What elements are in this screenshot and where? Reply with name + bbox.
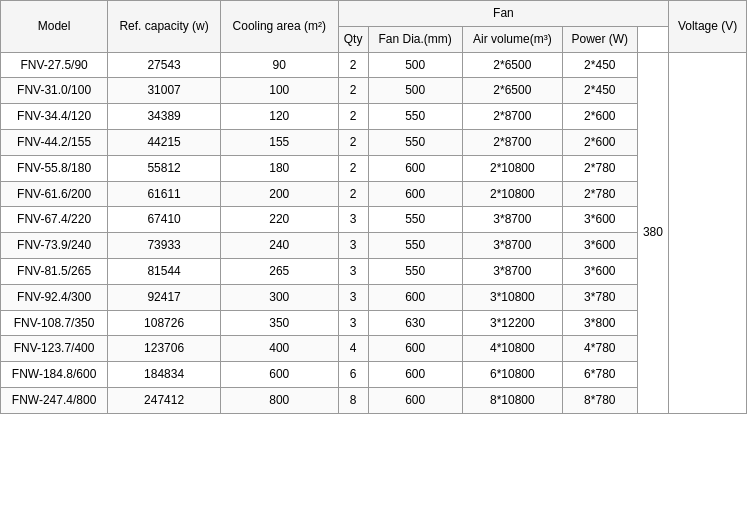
cell-model: FNV-61.6/200: [1, 181, 108, 207]
table-row: FNV-34.4/1203438912025502*87002*600: [1, 104, 747, 130]
cell-fan_dia: 600: [368, 181, 462, 207]
cell-ref_capacity: 27543: [108, 52, 221, 78]
cell-fan_dia: 600: [368, 155, 462, 181]
cell-qty: 2: [338, 104, 368, 130]
cell-model: FNV-31.0/100: [1, 78, 108, 104]
cell-fan_dia: 550: [368, 104, 462, 130]
cell-model: FNV-123.7/400: [1, 336, 108, 362]
table-row: FNV-55.8/1805581218026002*108002*780: [1, 155, 747, 181]
table-row: FNW-247.4/80024741280086008*108008*780: [1, 387, 747, 413]
cell-power: 3*600: [563, 258, 638, 284]
cell-qty: 2: [338, 155, 368, 181]
cell-qty: 3: [338, 310, 368, 336]
cell-cooling_area: 240: [221, 233, 339, 259]
cell-qty: 2: [338, 78, 368, 104]
cell-cooling_area: 100: [221, 78, 339, 104]
cell-fan_dia: 550: [368, 207, 462, 233]
cell-qty: 3: [338, 284, 368, 310]
cell-cooling_area: 90: [221, 52, 339, 78]
col-header-model: Model: [1, 1, 108, 53]
cell-ref_capacity: 44215: [108, 129, 221, 155]
cell-ref_capacity: 92417: [108, 284, 221, 310]
table-row: FNV-44.2/1554421515525502*87002*600: [1, 129, 747, 155]
cell-model: FNV-92.4/300: [1, 284, 108, 310]
cell-cooling_area: 200: [221, 181, 339, 207]
cell-model: FNV-44.2/155: [1, 129, 108, 155]
cell-qty: 3: [338, 233, 368, 259]
cell-cooling_area: 120: [221, 104, 339, 130]
cell-ref_capacity: 31007: [108, 78, 221, 104]
cell-model: FNW-184.8/600: [1, 362, 108, 388]
table-row: FNV-92.4/3009241730036003*108003*780: [1, 284, 747, 310]
cell-power: 2*450: [563, 52, 638, 78]
cell-air_volume: 2*10800: [462, 155, 562, 181]
col-header-qty: Qty: [338, 26, 368, 52]
cell-cooling_area: 600: [221, 362, 339, 388]
cell-power: 2*450: [563, 78, 638, 104]
table-row: FNV-31.0/1003100710025002*65002*450: [1, 78, 747, 104]
cell-cooling_area: 350: [221, 310, 339, 336]
cell-ref_capacity: 34389: [108, 104, 221, 130]
cell-cooling_area: 300: [221, 284, 339, 310]
cell-fan_dia: 550: [368, 129, 462, 155]
cell-power: 4*780: [563, 336, 638, 362]
table-row: FNV-61.6/2006161120026002*108002*780: [1, 181, 747, 207]
cell-ref_capacity: 184834: [108, 362, 221, 388]
cell-cooling_area: 265: [221, 258, 339, 284]
cell-qty: 2: [338, 129, 368, 155]
cell-air_volume: 3*8700: [462, 233, 562, 259]
cell-qty: 4: [338, 336, 368, 362]
cell-power: 8*780: [563, 387, 638, 413]
cell-power: 3*800: [563, 310, 638, 336]
cell-air_volume: 2*6500: [462, 52, 562, 78]
cell-fan_dia: 550: [368, 233, 462, 259]
cell-ref_capacity: 108726: [108, 310, 221, 336]
cell-fan_dia: 600: [368, 284, 462, 310]
cell-qty: 2: [338, 52, 368, 78]
table-row: FNV-27.5/90275439025002*65002*450380: [1, 52, 747, 78]
cell-ref_capacity: 55812: [108, 155, 221, 181]
cell-air_volume: 3*8700: [462, 207, 562, 233]
cell-ref_capacity: 123706: [108, 336, 221, 362]
cell-qty: 6: [338, 362, 368, 388]
cell-model: FNV-55.8/180: [1, 155, 108, 181]
cell-model: FNV-108.7/350: [1, 310, 108, 336]
cell-air_volume: 2*8700: [462, 129, 562, 155]
cell-qty: 3: [338, 258, 368, 284]
cell-air_volume: 6*10800: [462, 362, 562, 388]
cell-cooling_area: 400: [221, 336, 339, 362]
table-row: FNV-123.7/40012370640046004*108004*780: [1, 336, 747, 362]
table-row: FNW-184.8/60018483460066006*108006*780: [1, 362, 747, 388]
col-header-air-volume: Air volume(m³): [462, 26, 562, 52]
cell-air_volume: 2*6500: [462, 78, 562, 104]
col-header-cooling-area: Cooling area (m²): [221, 1, 339, 53]
col-header-fan-group: Fan: [338, 1, 669, 27]
cell-model: FNV-73.9/240: [1, 233, 108, 259]
cell-fan_dia: 600: [368, 387, 462, 413]
cell-air_volume: 3*8700: [462, 258, 562, 284]
table-row: FNV-67.4/2206741022035503*87003*600: [1, 207, 747, 233]
cell-air_volume: 2*8700: [462, 104, 562, 130]
cell-model: FNV-81.5/265: [1, 258, 108, 284]
cell-power: 2*780: [563, 155, 638, 181]
cell-model: FNV-67.4/220: [1, 207, 108, 233]
cell-qty: 3: [338, 207, 368, 233]
cell-cooling_area: 800: [221, 387, 339, 413]
cell-cooling_area: 155: [221, 129, 339, 155]
cell-fan_dia: 600: [368, 362, 462, 388]
cell-power: 3*600: [563, 207, 638, 233]
cell-voltage: 380: [637, 52, 669, 413]
cell-power: 6*780: [563, 362, 638, 388]
cell-air_volume: 8*10800: [462, 387, 562, 413]
table-row: FNV-108.7/35010872635036303*122003*800: [1, 310, 747, 336]
col-header-power: Power (W): [563, 26, 638, 52]
cell-ref_capacity: 61611: [108, 181, 221, 207]
table-row: FNV-73.9/2407393324035503*87003*600: [1, 233, 747, 259]
specs-table: Model Ref. capacity (w) Cooling area (m²…: [0, 0, 747, 414]
cell-power: 2*780: [563, 181, 638, 207]
cell-power: 3*600: [563, 233, 638, 259]
cell-ref_capacity: 81544: [108, 258, 221, 284]
cell-model: FNV-27.5/90: [1, 52, 108, 78]
table-row: FNV-81.5/2658154426535503*87003*600: [1, 258, 747, 284]
cell-fan_dia: 500: [368, 52, 462, 78]
